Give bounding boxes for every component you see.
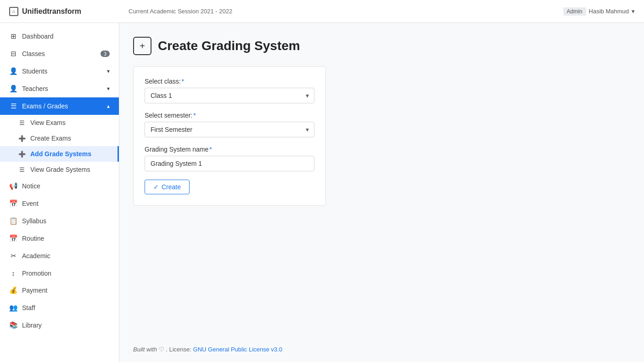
exams-grades-icon: ☰: [9, 102, 17, 110]
payment-icon: 💰: [9, 286, 17, 294]
view-exams-icon: ☰: [18, 119, 26, 126]
sidebar-payment-label: Payment: [22, 287, 110, 294]
sidebar-item-dashboard[interactable]: ⊞ Dashboard: [0, 28, 119, 45]
grading-name-group: Grading System name*: [145, 146, 314, 171]
sidebar-syllabus-label: Syllabus: [22, 217, 110, 225]
submenu-add-grade-label: Add Grade Systems: [30, 150, 91, 158]
submenu-item-create-exams[interactable]: ➕ Create Exams: [0, 130, 119, 146]
user-dropdown-chevron[interactable]: ▾: [632, 8, 635, 15]
sidebar-item-routine[interactable]: 📅 Routine: [0, 230, 119, 247]
page-title: Create Grading System: [158, 39, 300, 53]
main-content: + Create Grading System Select class:* C…: [119, 23, 644, 337]
sidebar-item-notice[interactable]: 📢 Notice: [0, 177, 119, 195]
submenu-item-view-exams[interactable]: ☰ View Exams: [0, 115, 119, 130]
select-class-group: Select class:* Class 1 Class 2 Class 3: [145, 78, 314, 103]
view-grade-icon: ☰: [18, 166, 26, 173]
students-chevron: ▾: [107, 68, 110, 74]
add-grade-icon: ➕: [18, 151, 26, 158]
sidebar-item-label: Dashboard: [22, 33, 110, 40]
submenu-item-view-grade-systems[interactable]: ☰ View Grade Systems: [0, 162, 119, 177]
class-select[interactable]: Class 1 Class 2 Class 3: [145, 88, 314, 103]
sidebar-item-classes[interactable]: ⊟ Classes 3: [0, 45, 119, 62]
dashboard-icon: ⊞: [9, 32, 17, 40]
teachers-chevron: ▾: [107, 85, 110, 92]
academic-icon: ✂: [9, 252, 17, 260]
header-user: Admin Hasib Mahmud ▾: [563, 7, 635, 16]
submenu-item-add-grade-systems[interactable]: ➕ Add Grade Systems: [0, 146, 119, 162]
layout: ⊞ Dashboard ⊟ Classes 3 👤 Students ▾ 👤 T…: [0, 23, 644, 362]
sidebar-item-payment[interactable]: 💰 Payment: [0, 282, 119, 299]
sidebar-exams-label: Exams / Grades: [22, 102, 102, 110]
sidebar-promotion-label: Promotion: [22, 270, 110, 277]
header: ⌂ Unifiedtransform Current Academic Sess…: [0, 0, 644, 23]
session-label: Current Academic Session 2021 - 2022: [129, 8, 563, 15]
create-grading-form-card: Select class:* Class 1 Class 2 Class 3 S…: [133, 66, 326, 206]
promotion-icon: ↕: [9, 269, 17, 277]
classes-badge: 3: [101, 51, 110, 57]
user-name: Hasib Mahmud: [589, 8, 629, 15]
logo-icon: ⌂: [9, 7, 18, 16]
footer-license-link[interactable]: GNU General Public License v3.0: [193, 346, 282, 353]
sidebar-item-library[interactable]: 📚 Library: [0, 317, 119, 334]
students-icon: 👤: [9, 67, 17, 75]
create-button-label: Create: [162, 183, 181, 191]
submenu-create-exams-label: Create Exams: [30, 135, 71, 142]
page-title-icon: +: [133, 37, 151, 55]
sidebar-item-academic[interactable]: ✂ Academic: [0, 247, 119, 265]
sidebar-item-event[interactable]: 📅 Event: [0, 195, 119, 212]
sidebar-library-label: Library: [22, 322, 110, 329]
main-wrapper: + Create Grading System Select class:* C…: [119, 23, 644, 362]
create-button-icon: ✓: [153, 183, 159, 191]
sidebar-academic-label: Academic: [22, 252, 110, 260]
sidebar-routine-label: Routine: [22, 235, 110, 242]
event-icon: 📅: [9, 199, 17, 208]
sidebar-classes-label: Classes: [22, 50, 96, 57]
notice-icon: 📢: [9, 182, 17, 190]
sidebar-item-exams-grades[interactable]: ☰ Exams / Grades ▴: [0, 97, 119, 115]
sidebar-item-students[interactable]: 👤 Students ▾: [0, 62, 119, 80]
sidebar-staff-label: Staff: [22, 304, 110, 311]
sidebar-item-promotion[interactable]: ↕ Promotion: [0, 265, 119, 282]
grading-name-input[interactable]: [145, 156, 314, 171]
staff-icon: 👥: [9, 304, 17, 312]
teachers-icon: 👤: [9, 85, 17, 93]
footer-text: Built with ♡ . License: GNU General Publ…: [133, 346, 282, 353]
syllabus-icon: 📋: [9, 217, 17, 225]
sidebar: ⊞ Dashboard ⊟ Classes 3 👤 Students ▾ 👤 T…: [0, 23, 119, 362]
logo-text: Unifiedtransform: [22, 7, 81, 16]
routine-icon: 📅: [9, 234, 17, 243]
footer: Built with ♡ . License: GNU General Publ…: [119, 337, 644, 362]
sidebar-teachers-label: Teachers: [22, 85, 102, 92]
exams-chevron: ▴: [107, 103, 110, 109]
grading-name-label: Grading System name*: [145, 146, 314, 153]
select-semester-group: Select semester:* First Semester Second …: [145, 112, 314, 137]
user-role: Admin: [563, 7, 586, 16]
submenu-view-exams-label: View Exams: [30, 119, 66, 126]
select-class-label: Select class:*: [145, 78, 314, 85]
semester-select-wrapper: First Semester Second Semester: [145, 122, 314, 137]
classes-icon: ⊟: [9, 50, 17, 58]
sidebar-notice-label: Notice: [22, 182, 110, 190]
sidebar-students-label: Students: [22, 68, 102, 75]
class-select-wrapper: Class 1 Class 2 Class 3: [145, 88, 314, 103]
logo[interactable]: ⌂ Unifiedtransform: [9, 7, 129, 16]
sidebar-item-teachers[interactable]: 👤 Teachers ▾: [0, 80, 119, 97]
page-title-row: + Create Grading System: [133, 37, 630, 55]
semester-select[interactable]: First Semester Second Semester: [145, 122, 314, 137]
sidebar-event-label: Event: [22, 200, 110, 207]
sidebar-item-syllabus[interactable]: 📋 Syllabus: [0, 212, 119, 230]
select-semester-label: Select semester:*: [145, 112, 314, 119]
create-exams-icon: ➕: [18, 135, 26, 142]
sidebar-item-staff[interactable]: 👥 Staff: [0, 299, 119, 317]
create-button[interactable]: ✓ Create: [145, 180, 190, 194]
submenu-view-grade-label: View Grade Systems: [30, 166, 90, 173]
library-icon: 📚: [9, 321, 17, 329]
